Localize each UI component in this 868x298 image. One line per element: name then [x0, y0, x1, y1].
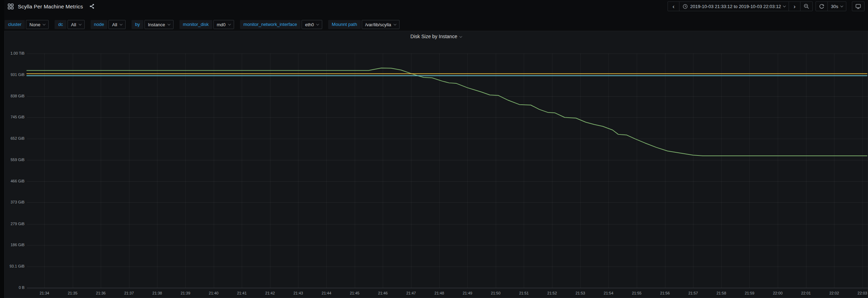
caret-down-icon [840, 4, 843, 7]
refresh-button[interactable] [816, 2, 827, 11]
variable-monitor-network-interface-value: eth0 [305, 22, 314, 27]
caret-down-icon [78, 22, 81, 25]
caret-down-icon [394, 22, 396, 25]
variable-monitor-disk-value: md0 [217, 22, 226, 27]
variable-monitor-network-interface-value-dropdown[interactable]: eth0 [302, 20, 322, 29]
refresh-interval-text: 30s [831, 4, 838, 9]
variable-dc-value-dropdown[interactable]: All [68, 20, 84, 29]
kiosk-group [852, 1, 865, 11]
variable-monitor-disk-label: monitor_disk [179, 20, 212, 29]
variable-by-label: by [132, 20, 143, 29]
variable-node-value-dropdown[interactable]: All [108, 20, 125, 29]
time-range-text: 2019-10-03 21:33:12 to 2019-10-03 22:03:… [690, 4, 781, 9]
variable-monitor-disk: monitor_diskmd0 [179, 20, 234, 29]
variable-by: byInstance [132, 20, 174, 29]
caret-down-icon [228, 22, 231, 25]
kiosk-mode-button[interactable] [852, 2, 864, 11]
variable-cluster-label: cluster [5, 20, 25, 29]
time-range-picker-button[interactable]: 2019-10-03 21:33:12 to 2019-10-03 22:03:… [679, 2, 789, 11]
caret-down-icon [459, 35, 462, 37]
clock-icon [683, 4, 688, 9]
caret-down-icon [783, 4, 786, 7]
variable-mounnt-path-value-dropdown[interactable]: /var/lib/scylla [362, 20, 400, 29]
variable-mounnt-path-value: /var/lib/scylla [365, 22, 391, 27]
variable-by-value-dropdown[interactable]: Instance [144, 20, 174, 29]
refresh-group: 30s [816, 1, 846, 11]
variable-monitor-network-interface: monitor_network_interfaceeth0 [240, 20, 323, 29]
panel-title[interactable]: Disk Size by Instance [5, 34, 868, 39]
series-line-green-instance-descending [27, 68, 867, 156]
refresh-icon [819, 4, 824, 9]
chevron-left-icon: ‹ [671, 4, 676, 9]
variable-monitor-disk-value-dropdown[interactable]: md0 [213, 20, 234, 29]
time-controls-group: ‹ 2019-10-03 21:33:12 to 2019-10-03 22:0… [668, 1, 813, 11]
variable-dc: dcAll [55, 20, 84, 29]
refresh-interval-dropdown[interactable]: 30s [827, 2, 846, 11]
caret-down-icon [43, 22, 45, 25]
chart-plot-area[interactable] [22, 54, 868, 288]
variable-node: nodeAll [91, 20, 126, 29]
variable-cluster: clusterNone [5, 20, 49, 29]
variable-dc-label: dc [55, 20, 66, 29]
dashboard-grid-icon[interactable] [8, 4, 14, 9]
zoom-out-icon [804, 4, 809, 9]
zoom-out-button[interactable] [800, 2, 812, 11]
caret-down-icon [316, 22, 319, 25]
time-shift-forward-button[interactable]: › [789, 2, 800, 11]
tv-kiosk-icon [855, 4, 861, 9]
dashboard-title[interactable]: Scylla Per Machine Metrics [18, 4, 83, 9]
variable-node-value: All [112, 22, 117, 27]
chevron-right-icon: › [792, 4, 797, 9]
variable-cluster-value-dropdown[interactable]: None [26, 20, 49, 29]
share-icon[interactable] [89, 4, 95, 9]
caret-down-icon [120, 22, 122, 25]
variable-dc-value: All [71, 22, 76, 27]
top-navbar: Scylla Per Machine Metrics ‹ 2019-10-0 [4, 0, 868, 12]
variable-by-value: Instance [148, 22, 165, 27]
caret-down-icon [168, 22, 170, 25]
template-variables-bar: clusterNonedcAllnodeAllbyInstancemonitor… [5, 20, 400, 29]
variable-monitor-network-interface-label: monitor_network_interface [240, 20, 301, 29]
left-sidebar-strip [0, 0, 4, 298]
variable-node-label: node [91, 20, 108, 29]
time-shift-back-button[interactable]: ‹ [668, 2, 679, 11]
navbar-left: Scylla Per Machine Metrics [8, 4, 95, 9]
panel-title-text: Disk Size by Instance [410, 34, 457, 39]
grafana-dashboard: Scylla Per Machine Metrics ‹ 2019-10-0 [0, 0, 868, 298]
variable-mounnt-path: Mounnt path/var/lib/scylla [328, 20, 400, 29]
navbar-right: ‹ 2019-10-03 21:33:12 to 2019-10-03 22:0… [668, 1, 865, 11]
variable-mounnt-path-label: Mounnt path [328, 20, 360, 29]
variable-cluster-value: None [29, 22, 40, 27]
